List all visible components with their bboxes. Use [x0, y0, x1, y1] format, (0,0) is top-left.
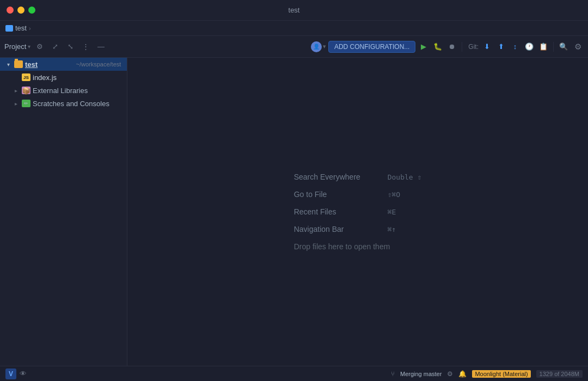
- hide-icon[interactable]: —: [95, 41, 107, 53]
- settings-icon[interactable]: ⚙: [34, 41, 46, 53]
- nav-bar-row: Navigation Bar ⌘↑: [294, 225, 396, 233]
- sidebar-item-scratches[interactable]: ▸ ✏ Scratches and Consoles: [0, 97, 127, 110]
- sidebar-item-external-libs[interactable]: ▸ 📦 External Libraries: [0, 84, 127, 97]
- extlib-icon: 📦: [22, 87, 30, 94]
- branch-name[interactable]: Merging master: [400, 371, 442, 377]
- goto-file-shortcut: ⇧⌘O: [388, 190, 400, 199]
- toolbar-right: 👤 ▾ ADD CONFIGURATION... ▶ 🐛 ⏺ Git: ⬇ ⬆ …: [311, 41, 584, 53]
- sidebar-extlib-label: External Libraries: [33, 87, 122, 95]
- maximize-button[interactable]: [28, 7, 35, 14]
- sidebar: ▾ test ~/workspace/test ▸ JS index.js ▸ …: [0, 58, 127, 366]
- theme-label[interactable]: Moonlight (Material): [472, 370, 530, 378]
- window-title: test: [289, 6, 300, 14]
- status-left: V 👁: [5, 368, 27, 379]
- main-content: Search Everywhere Double ⇧ Go to File ⇧⌘…: [127, 58, 588, 366]
- project-chevron-icon: ▾: [28, 44, 30, 50]
- drop-files-row: Drop files here to open them: [294, 242, 390, 251]
- git-status-icon: ⑂: [391, 370, 395, 378]
- nav-bar-shortcut: ⌘↑: [388, 225, 396, 233]
- tree-arrow-root: ▾: [4, 60, 12, 68]
- tree-arrow-scratches: ▸: [12, 100, 20, 107]
- sidebar-root-label: test: [25, 60, 72, 69]
- user-avatar: 👤: [311, 41, 322, 52]
- sidebar-root-path: ~/workspace/test: [76, 61, 123, 67]
- traffic-lights: [7, 7, 35, 14]
- git-label: Git:: [468, 43, 479, 51]
- git-log-icon[interactable]: 📋: [537, 41, 549, 53]
- goto-file-label: Go to File: [294, 190, 381, 199]
- breadcrumb-separator: ›: [29, 25, 31, 32]
- goto-file-row: Go to File ⇧⌘O: [294, 190, 400, 199]
- welcome-panel: Search Everywhere Double ⇧ Go to File ⇧⌘…: [294, 173, 422, 251]
- close-button[interactable]: [7, 7, 14, 14]
- more-options-icon[interactable]: ⋮: [79, 41, 91, 53]
- add-configuration-button[interactable]: ADD CONFIGURATION...: [328, 41, 415, 53]
- recent-files-row: Recent Files ⌘E: [294, 207, 396, 216]
- git-history-icon[interactable]: 🕐: [523, 41, 535, 53]
- coverage-button[interactable]: ⏺: [446, 41, 458, 53]
- debug-button[interactable]: 🐛: [432, 41, 444, 53]
- drop-files-label: Drop files here to open them: [294, 242, 390, 251]
- breadcrumb-bar: test ›: [0, 21, 588, 36]
- recent-files-label: Recent Files: [294, 207, 381, 216]
- toolbar-separator: [462, 42, 462, 52]
- run-button[interactable]: ▶: [418, 41, 430, 53]
- folder-root-icon: [14, 60, 23, 68]
- sidebar-scratches-label: Scratches and Consoles: [33, 100, 122, 108]
- toolbar-left: Project ▾ ⚙ ⤢ ⤡ ⋮ —: [4, 41, 107, 53]
- sidebar-item-index-js[interactable]: ▸ JS index.js: [0, 71, 127, 84]
- tree-arrow-extlib: ▸: [12, 87, 20, 94]
- search-everywhere-icon[interactable]: 🔍: [558, 41, 569, 53]
- status-bar: V 👁 ⑂ Merging master ⚙ 🔔 Moonlight (Mate…: [0, 366, 588, 381]
- memory-indicator[interactable]: 1329 of 2048M: [536, 370, 583, 378]
- user-chevron-icon: ▾: [323, 43, 326, 50]
- search-everywhere-row: Search Everywhere Double ⇧: [294, 173, 422, 181]
- expand-icon[interactable]: ⤢: [49, 41, 61, 53]
- bell-status-icon[interactable]: 🔔: [458, 370, 467, 378]
- settings-main-icon[interactable]: ⚙: [572, 41, 584, 53]
- title-bar: test: [0, 0, 588, 21]
- git-update-icon[interactable]: ⬇: [481, 41, 493, 53]
- git-fetch-icon[interactable]: ↕: [509, 41, 521, 53]
- breadcrumb-project[interactable]: test: [15, 24, 27, 32]
- gear-status-icon[interactable]: ⚙: [447, 370, 453, 378]
- status-right: ⑂ Merging master ⚙ 🔔 Moonlight (Material…: [391, 370, 583, 378]
- sidebar-item-root[interactable]: ▾ test ~/workspace/test: [0, 58, 127, 71]
- nav-bar-label: Navigation Bar: [294, 225, 381, 233]
- folder-icon: [5, 25, 13, 32]
- git-push-icon[interactable]: ⬆: [495, 41, 507, 53]
- main-layout: ▾ test ~/workspace/test ▸ JS index.js ▸ …: [0, 58, 588, 366]
- sidebar-file-label: index.js: [33, 73, 122, 82]
- main-toolbar: Project ▾ ⚙ ⤢ ⤡ ⋮ — 👤 ▾ ADD CONFIGURATIO…: [0, 36, 588, 58]
- recent-files-shortcut: ⌘E: [388, 208, 396, 216]
- project-label[interactable]: Project ▾: [4, 42, 30, 51]
- vim-icon[interactable]: V: [5, 368, 16, 379]
- scratches-icon: ✏: [22, 100, 30, 107]
- js-file-icon: JS: [22, 73, 30, 81]
- toolbar-separator-2: [553, 42, 554, 52]
- collapse-icon[interactable]: ⤡: [64, 41, 76, 53]
- minimize-button[interactable]: [17, 7, 24, 14]
- eye-icon[interactable]: 👁: [20, 370, 27, 378]
- search-everywhere-shortcut: Double ⇧: [388, 173, 422, 181]
- search-everywhere-label: Search Everywhere: [294, 173, 381, 181]
- user-area[interactable]: 👤 ▾: [311, 41, 326, 52]
